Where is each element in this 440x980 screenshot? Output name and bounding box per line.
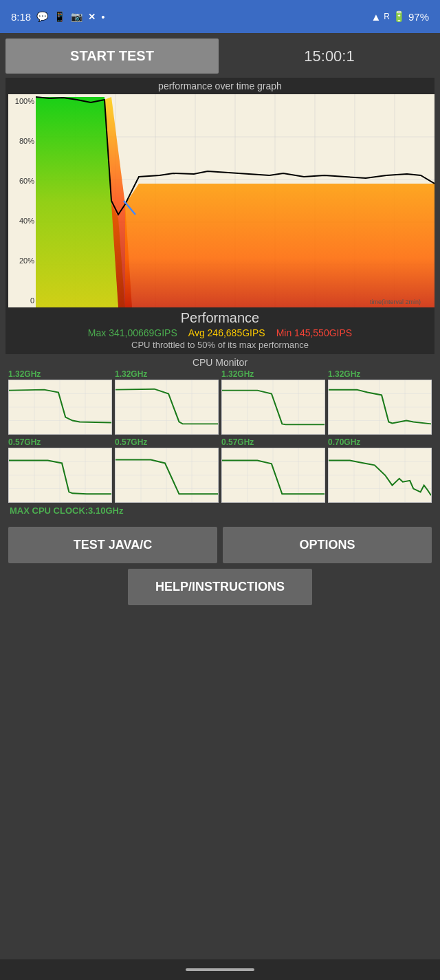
svg-marker-16 [125,184,434,307]
battery-percent: 97% [408,11,429,23]
cpu-monitor-section: CPU Monitor 1.32GHz [6,357,434,519]
status-bar: 8:18 💬 📱 📷 ✕ • ▲ R 🔋 97% [0,0,440,33]
cpu-freq-3: 1.32GHz [221,369,325,379]
graph-title: performance over time graph [6,78,434,94]
app-container: START TEST 15:00:1 performance over time… [0,33,440,613]
status-left: 8:18 💬 📱 📷 ✕ • [11,11,104,23]
cpu-core-4: 1.32GHz [328,369,432,435]
help-instructions-button[interactable]: HELP/INSTRUCTIONS [128,569,312,605]
nav-bar [0,959,440,980]
perf-numbers: Max 341,00669GIPS Avg 246,685GIPS Min 14… [6,327,434,338]
y-label-100: 100% [10,97,34,105]
help-btn-row: HELP/INSTRUCTIONS [6,566,434,608]
cpu-freq-5: 0.57GHz [8,437,112,447]
cpu-freq-7: 0.57GHz [221,437,325,447]
cpu-core-7: 0.57GHz [221,437,325,503]
cpu-mini-graph-1 [8,380,112,435]
whatsapp-icon: 📱 [54,11,65,22]
y-label-20: 20% [10,257,34,265]
top-controls: START TEST 15:00:1 [6,39,434,74]
performance-graph-svg: time(interval 2min) [36,94,434,307]
y-label-40: 40% [10,217,34,225]
perf-max: Max 341,00669GIPS [88,327,177,338]
timer-display: 15:00:1 [224,47,434,65]
perf-stats: Performance Max 341,00669GIPS Avg 246,68… [6,307,434,354]
cpu-core-5: 0.57GHz [8,437,112,503]
cpu-mini-graph-7 [221,448,325,503]
cpu-core-2: 1.32GHz [115,369,219,435]
cpu-mini-graph-8 [328,448,432,503]
perf-min: Min 145,550GIPS [276,327,353,338]
bottom-buttons: TEST JAVA/C OPTIONS [6,521,434,566]
cpu-freq-8: 0.70GHz [328,437,432,447]
status-right: ▲ R 🔋 97% [371,10,429,23]
wifi-icon: ▲ [371,11,381,23]
cpu-freq-1: 1.32GHz [8,369,112,379]
cpu-core-6: 0.57GHz [115,437,219,503]
cpu-freq-4: 1.32GHz [328,369,432,379]
y-label-0: 0 [10,296,34,305]
options-button[interactable]: OPTIONS [223,527,432,563]
cpu-mini-graph-3 [221,380,325,435]
cpu-mini-graph-2 [115,380,219,435]
cpu-core-8: 0.70GHz [328,437,432,503]
status-time: 8:18 [11,11,31,23]
perf-title: Performance [6,310,434,326]
max-cpu-clock: MAX CPU CLOCK:3.10GHz [6,503,434,519]
signal-icon: R [384,12,390,21]
dot-icon: • [101,11,104,23]
cpu-mini-graph-6 [115,448,219,503]
cpu-mini-graph-4 [328,380,432,435]
nav-pill [186,968,254,971]
graph-y-labels: 0 20% 40% 60% 80% 100% [8,94,36,307]
cpu-grid: 1.32GHz 1.32GHz [6,369,434,503]
x-icon: ✕ [88,12,96,22]
instagram-icon: 📷 [71,11,82,22]
chat-icon: 💬 [36,11,48,22]
cpu-monitor-title: CPU Monitor [6,357,434,368]
cpu-freq-2: 1.32GHz [115,369,219,379]
y-label-60: 60% [10,177,34,185]
cpu-mini-graph-5 [8,448,112,503]
perf-note: CPU throttled to 50% of its max performa… [6,340,434,350]
svg-text:time(interval 2min): time(interval 2min) [370,298,421,305]
test-java-c-button[interactable]: TEST JAVA/C [8,527,217,563]
cpu-freq-6: 0.57GHz [115,437,219,447]
graph-container: 0 20% 40% 60% 80% 100% [8,94,434,307]
cpu-core-1: 1.32GHz [8,369,112,435]
y-label-80: 80% [10,137,34,145]
perf-avg: Avg 246,685GIPS [188,327,265,338]
start-test-button[interactable]: START TEST [6,39,219,74]
battery-icon: 🔋 [393,10,406,23]
cpu-core-3: 1.32GHz [221,369,325,435]
graph-section: performance over time graph 0 20% 40% 60… [6,78,434,354]
